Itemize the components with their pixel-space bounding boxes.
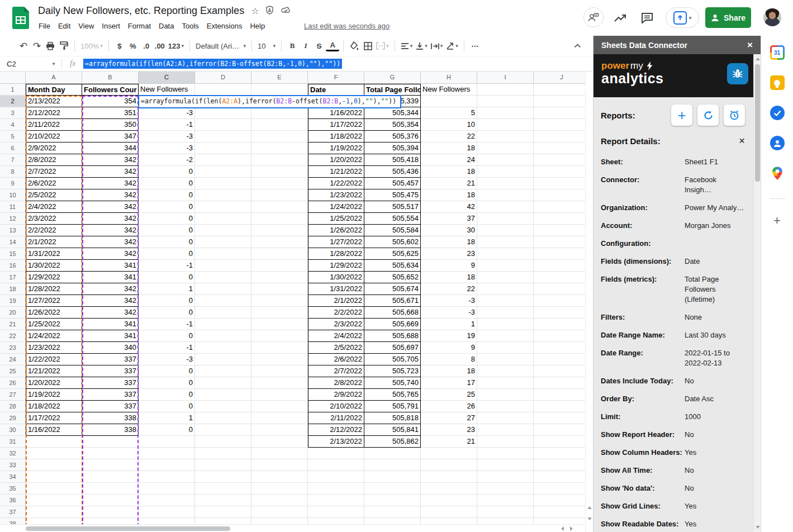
row-header-26[interactable]: 26 (0, 377, 26, 389)
cell-B22[interactable]: 341 (82, 330, 139, 342)
decrease-decimal-button[interactable]: .0 (140, 41, 153, 51)
cell-F37[interactable] (308, 506, 364, 518)
cell-I30[interactable] (477, 424, 534, 436)
cell-J7[interactable] (534, 154, 585, 166)
cell-C32[interactable] (139, 448, 195, 459)
cell-B29[interactable]: 338 (82, 412, 139, 424)
cell-D37[interactable] (195, 506, 251, 518)
cell-A27[interactable]: 1/19/2022 (26, 389, 82, 401)
cell-A15[interactable]: 1/31/2022 (26, 248, 82, 260)
add-report-button[interactable]: + (671, 104, 692, 126)
cell-E8[interactable] (251, 166, 308, 178)
cell-I11[interactable] (477, 201, 534, 213)
cell-C16[interactable]: -1 (139, 260, 195, 272)
cell-I3[interactable] (477, 107, 534, 119)
cell-C35[interactable] (139, 483, 195, 495)
merge-cells-icon[interactable]: ▾ (374, 41, 391, 51)
cell-H22[interactable]: 19 (421, 330, 477, 342)
document-title[interactable]: Daily New Followers, etc. Reporting Exam… (38, 5, 244, 17)
cell-C7[interactable]: -2 (139, 154, 195, 166)
cell-B37[interactable] (82, 506, 139, 518)
cell-B3[interactable]: 351 (82, 107, 139, 119)
cell-H31[interactable]: 21 (421, 436, 477, 448)
cell-D17[interactable] (195, 272, 251, 283)
cell-J22[interactable] (534, 330, 585, 342)
cell-E13[interactable] (251, 225, 308, 236)
cell-G11[interactable]: 505,517 (364, 201, 421, 213)
cell-C14[interactable]: 0 (139, 236, 195, 248)
schedule-reports-button[interactable] (724, 104, 745, 126)
italic-button[interactable]: I (299, 40, 312, 51)
cell-I22[interactable] (477, 330, 534, 342)
cell-B5[interactable]: 347 (82, 131, 139, 142)
panel-scrollbar[interactable] (753, 54, 761, 532)
cell-J18[interactable] (534, 283, 585, 295)
cell-H14[interactable]: 18 (421, 236, 477, 248)
row-header-6[interactable]: 6 (0, 142, 26, 154)
cell-A3[interactable]: 2/12/2022 (26, 107, 82, 119)
cell-D6[interactable] (195, 142, 251, 154)
report-details-close-icon[interactable]: × (739, 135, 745, 147)
cell-D36[interactable] (195, 495, 251, 506)
cell-I27[interactable] (477, 389, 534, 401)
cell-F30[interactable]: 2/12/2022 (308, 424, 364, 436)
cell-C36[interactable] (139, 495, 195, 506)
cell-H3[interactable]: 5 (421, 107, 477, 119)
cell-I35[interactable] (477, 483, 534, 495)
cell-A26[interactable]: 1/20/2022 (26, 377, 82, 389)
row-header-25[interactable]: 25 (0, 365, 26, 377)
cell-J33[interactable] (534, 459, 585, 471)
cell-H26[interactable]: 17 (421, 377, 477, 389)
cell-F36[interactable] (308, 495, 364, 506)
cell-G7[interactable]: 505,418 (364, 154, 421, 166)
cell-I31[interactable] (477, 436, 534, 448)
strikethrough-button[interactable]: S (312, 41, 326, 51)
last-edit-link[interactable]: Last edit was seconds ago (304, 22, 390, 30)
cell-E36[interactable] (251, 495, 308, 506)
cell-F21[interactable]: 2/3/2022 (308, 319, 364, 330)
cell-C10[interactable]: 0 (139, 189, 195, 201)
cell-G23[interactable]: 505,697 (364, 342, 421, 354)
cell-F15[interactable]: 1/28/2022 (308, 248, 364, 260)
cell-D1[interactable] (195, 84, 251, 96)
cell-G31[interactable]: 505,862 (364, 436, 421, 448)
cell-D9[interactable] (195, 178, 251, 189)
row-header-14[interactable]: 14 (0, 236, 26, 248)
user-avatar[interactable] (763, 8, 781, 26)
cell-E29[interactable] (251, 412, 308, 424)
cell-B34[interactable] (82, 471, 139, 483)
cell-G4[interactable]: 505,354 (364, 119, 421, 131)
column-header-C[interactable]: C (139, 72, 195, 84)
row-header-20[interactable]: 20 (0, 307, 26, 319)
cell-J20[interactable] (534, 307, 585, 319)
cell-D19[interactable] (195, 295, 251, 307)
cell-H33[interactable] (421, 459, 477, 471)
cell-J21[interactable] (534, 319, 585, 330)
cell-G18[interactable]: 505,674 (364, 283, 421, 295)
cell-J14[interactable] (534, 236, 585, 248)
row-header-21[interactable]: 21 (0, 319, 26, 330)
cell-F29[interactable]: 2/11/2022 (308, 412, 364, 424)
panel-scroll-down-icon[interactable] (756, 526, 760, 529)
cell-G26[interactable]: 505,740 (364, 377, 421, 389)
cell-E22[interactable] (251, 330, 308, 342)
cell-G14[interactable]: 505,602 (364, 236, 421, 248)
cell-B24[interactable]: 337 (82, 354, 139, 365)
cell-A5[interactable]: 2/10/2022 (26, 131, 82, 142)
cell-F19[interactable]: 2/1/2022 (308, 295, 364, 307)
cell-F12[interactable]: 1/25/2022 (308, 213, 364, 225)
cell-A25[interactable]: 1/21/2022 (26, 365, 82, 377)
cell-J23[interactable] (534, 342, 585, 354)
cell-D4[interactable] (195, 119, 251, 131)
cell-I4[interactable] (477, 119, 534, 131)
cell-A23[interactable]: 1/23/2022 (26, 342, 82, 354)
cell-H10[interactable]: 18 (421, 189, 477, 201)
cell-B32[interactable] (82, 448, 139, 459)
cell-E4[interactable] (251, 119, 308, 131)
star-icon[interactable]: ☆ (251, 7, 259, 16)
cell-G1[interactable]: Total Page Follo (364, 84, 421, 96)
cell-B2[interactable]: 354 (82, 96, 139, 107)
column-header-G[interactable]: G (364, 72, 421, 84)
menu-view[interactable]: View (74, 20, 98, 32)
tasks-icon[interactable] (770, 106, 785, 120)
